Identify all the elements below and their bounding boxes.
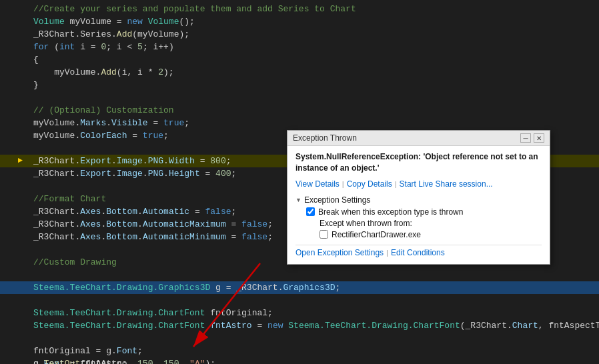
- code-line: Steema.TeeChart.Drawing.ChartFont fntOri…: [0, 307, 599, 319]
- code-line: {: [0, 53, 599, 66]
- live-share-link[interactable]: Start Live Share session...: [400, 179, 493, 189]
- code-line: [0, 269, 599, 281]
- exception-message: System.NullReferenceException: 'Object r…: [295, 151, 542, 174]
- break-option: Break when this exception type is thrown: [306, 207, 542, 217]
- code-line: }: [0, 79, 599, 91]
- code-line: myVolume.Add(i, i * 2);: [0, 66, 599, 79]
- code-line: // (Optional) Customization: [0, 104, 599, 117]
- dialog-title: Exception Thrown: [293, 133, 357, 143]
- exception-dialog: Exception Thrown ─ ✕ System.NullReferenc…: [287, 130, 550, 265]
- settings-header[interactable]: ▼ Exception Settings: [295, 195, 542, 205]
- rectifier-checkbox[interactable]: [320, 230, 328, 239]
- except-label: Except when thrown from:: [320, 219, 542, 228]
- code-line: for (int i = 0; i < 5; i++): [0, 41, 599, 53]
- dialog-close-button[interactable]: ✕: [534, 133, 544, 143]
- code-line: _R3Chart.Series.Add(myVolume);: [0, 28, 599, 41]
- code-line: [0, 294, 599, 307]
- code-line: [0, 91, 599, 104]
- rectifier-option: RectifierChartDrawer.exe: [320, 230, 542, 239]
- code-line: Volume myVolume = new Volume();: [0, 15, 599, 28]
- dialog-links: View Details | Copy Details | Start Live…: [295, 179, 542, 189]
- code-line: myVolume.Marks.Visible = true;: [0, 117, 599, 129]
- bottom-links: Open Exception Settings | Edit Condition…: [295, 245, 542, 259]
- code-line: //Create your series and populate them a…: [0, 3, 599, 15]
- code-line: Steema.TeeChart.Drawing.ChartFont fntAst…: [0, 319, 599, 332]
- open-exception-settings-link[interactable]: Open Exception Settings: [295, 248, 384, 257]
- edit-conditions-link[interactable]: Edit Conditions: [391, 248, 445, 257]
- break-label: Break when this exception type is thrown: [318, 207, 463, 217]
- dialog-controls: ─ ✕: [520, 133, 544, 143]
- dialog-minimize-button[interactable]: ─: [520, 133, 531, 143]
- exception-settings: ▼ Exception Settings Break when this exc…: [295, 195, 542, 239]
- dialog-titlebar: Exception Thrown ─ ✕: [287, 131, 550, 146]
- collapse-triangle-icon: ▼: [295, 197, 302, 203]
- dialog-body: System.NullReferenceException: 'Object r…: [287, 146, 550, 264]
- selected-code-line: Steema.TeeChart.Drawing.Graphics3D g = _…: [0, 281, 599, 294]
- settings-header-label: Exception Settings: [304, 195, 370, 205]
- rectifier-label: RectifierChartDrawer.exe: [332, 230, 421, 239]
- code-line: [0, 332, 599, 345]
- view-details-link[interactable]: View Details: [295, 179, 340, 189]
- code-line: fntOriginal = g.Font;: [0, 345, 599, 357]
- copy-details-link[interactable]: Copy Details: [347, 179, 392, 189]
- break-checkbox[interactable]: [306, 207, 315, 216]
